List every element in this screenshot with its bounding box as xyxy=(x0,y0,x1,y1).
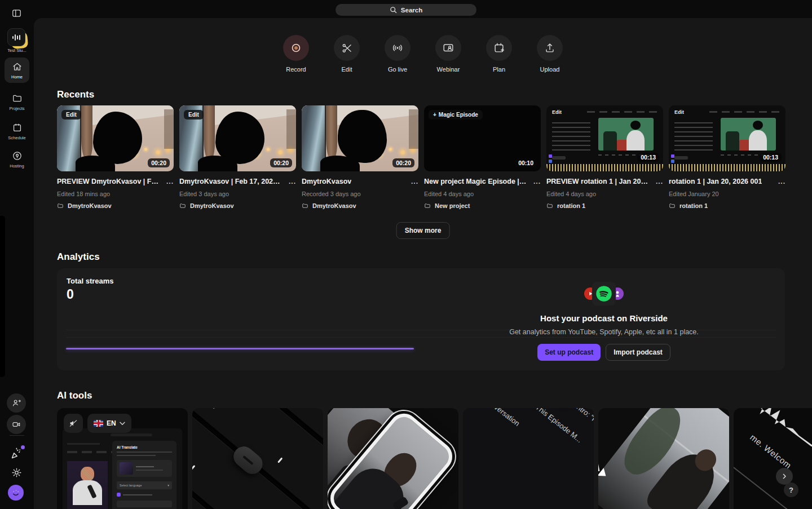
thumbnail-art xyxy=(164,109,174,149)
folder-icon xyxy=(424,202,431,209)
video-thumbnail[interactable]: Edit 00:13 xyxy=(546,105,663,171)
search-input[interactable]: Search xyxy=(336,4,476,16)
ai-chapters-card[interactable]: [01:01] Intro: "Reading [05:03] "Why Thi… xyxy=(463,408,594,509)
record-button[interactable]: Record xyxy=(277,35,315,73)
sidebar-item-home[interactable]: Home xyxy=(5,57,29,83)
recording-title[interactable]: DmytroKvasov | Feb 17, 2026 001 xyxy=(179,178,282,185)
video-thumbnail[interactable]: +Magic Episode 00:10 xyxy=(424,105,541,171)
import-podcast-button[interactable]: Import podcast xyxy=(606,344,670,361)
more-options-button[interactable]: ... xyxy=(656,178,663,185)
thumbnail-art xyxy=(671,160,674,163)
camera-button[interactable] xyxy=(7,415,26,434)
fader-track xyxy=(192,445,323,509)
ai-clips-card[interactable] xyxy=(598,408,729,509)
go-live-button[interactable]: Go live xyxy=(378,35,417,73)
thumbnail-art xyxy=(67,443,100,445)
thumbnail-art xyxy=(136,470,163,471)
quick-action-label: Plan xyxy=(493,66,505,73)
folder-icon xyxy=(669,202,676,209)
gear-icon xyxy=(11,467,23,479)
more-options-button[interactable]: ... xyxy=(289,178,296,185)
folder-icon xyxy=(302,202,308,209)
ai-audio-mixer-card[interactable] xyxy=(192,408,323,509)
total-streams-label: Total streams xyxy=(67,277,114,285)
chevron-down-icon xyxy=(120,422,125,426)
main-content: Record Edit Go live Webinar xyxy=(34,18,812,509)
project-folder-link[interactable]: New project xyxy=(424,202,541,209)
more-options-button[interactable]: ... xyxy=(533,178,541,185)
webinar-screen-icon xyxy=(435,35,461,61)
thumbnail-art xyxy=(587,111,657,113)
thumbnail-art xyxy=(549,154,552,158)
video-thumbnail[interactable]: Edit 00:20 xyxy=(57,105,174,171)
thumbnail-art xyxy=(120,462,133,475)
ai-tools-carousel: AI Translate Select language▾ xyxy=(57,408,812,509)
person-add-icon xyxy=(11,398,21,408)
mute-audio-button[interactable] xyxy=(64,414,83,433)
invite-member-button[interactable] xyxy=(7,393,26,413)
sidebar-item-label: Hosting xyxy=(10,163,24,169)
magic-episode-badge: +Magic Episode xyxy=(429,110,483,119)
upload-button[interactable]: Upload xyxy=(531,35,569,73)
thumbnail-art xyxy=(338,110,387,163)
video-camera-icon xyxy=(11,419,21,430)
folder-icon xyxy=(179,202,186,209)
ai-translate-card[interactable]: AI Translate Select language▾ xyxy=(57,408,188,509)
thumbnail-art xyxy=(726,131,739,151)
recording-title[interactable]: PREVIEW DmytroKvasov | Feb 17, ... xyxy=(57,178,160,185)
thumbnail-art xyxy=(117,460,172,477)
party-popper-icon xyxy=(10,447,23,461)
project-folder-link[interactable]: DmytroKvasov xyxy=(57,202,174,209)
help-button[interactable]: ? xyxy=(784,483,798,497)
ai-transcription-card[interactable]: me. Welcom xyxy=(734,408,812,509)
more-options-button[interactable]: ... xyxy=(166,178,174,185)
settings-button[interactable] xyxy=(11,467,23,479)
recording-title[interactable]: DmytroKvasov xyxy=(302,178,351,185)
sidebar-item-projects[interactable]: Projects xyxy=(5,89,29,114)
thumbnail-art xyxy=(136,466,169,471)
avatar-face-icon xyxy=(10,486,22,499)
ai-reframe-card[interactable] xyxy=(328,408,458,509)
project-folder-link[interactable]: rotation 1 xyxy=(669,202,785,209)
plan-button[interactable]: Plan xyxy=(480,35,518,73)
studio-switcher[interactable] xyxy=(7,28,27,47)
thumbnail-art xyxy=(626,130,645,151)
project-folder-link[interactable]: DmytroKvasov xyxy=(302,202,418,209)
user-avatar[interactable] xyxy=(8,485,24,501)
more-options-button[interactable]: ... xyxy=(778,178,785,185)
search-label: Search xyxy=(401,7,422,14)
scroll-indicator[interactable] xyxy=(0,216,5,377)
thumbnail-art xyxy=(111,433,152,436)
sidebar-toggle-button[interactable] xyxy=(11,8,22,19)
whats-new-button[interactable] xyxy=(10,447,23,461)
video-thumbnail[interactable]: Edit 00:13 xyxy=(669,105,785,171)
show-more-button[interactable]: Show more xyxy=(396,222,450,239)
thumbnail-art xyxy=(674,156,688,160)
broadcast-icon xyxy=(385,35,411,61)
project-folder-link[interactable]: rotation 1 xyxy=(546,202,663,209)
set-up-podcast-button[interactable]: Set up podcast xyxy=(537,344,601,361)
translate-dialog-title: AI Translate xyxy=(117,445,172,449)
webinar-button[interactable]: Webinar xyxy=(429,35,467,73)
edit-button[interactable]: Edit xyxy=(328,35,366,73)
recording-title[interactable]: rotation 1 | Jan 20, 2026 001 xyxy=(669,178,762,185)
carousel-next-button[interactable] xyxy=(776,468,793,485)
recording-meta: Edited January 20 xyxy=(669,191,785,197)
video-thumbnail[interactable]: 00:20 xyxy=(302,105,418,171)
quick-action-label: Edit xyxy=(342,66,352,73)
folder-name: DmytroKvasov xyxy=(68,202,112,209)
more-options-button[interactable]: ... xyxy=(411,178,418,185)
recent-card: Edit 00:20 PREVIEW DmytroKvasov | Feb 17… xyxy=(57,105,174,209)
video-thumbnail[interactable]: Edit 00:20 xyxy=(179,105,296,171)
language-selector[interactable]: EN xyxy=(87,414,131,433)
record-icon xyxy=(283,35,309,61)
project-folder-link[interactable]: DmytroKvasov xyxy=(179,202,296,209)
recording-title[interactable]: PREVIEW rotation 1 | Jan 20, 2026... xyxy=(546,178,649,185)
sidebar-item-schedule[interactable]: Schedule xyxy=(5,118,29,144)
total-streams-value: 0 xyxy=(67,287,74,302)
sidebar-item-hosting[interactable]: Hosting xyxy=(5,147,29,172)
thumbnail-art xyxy=(81,467,94,481)
promo-title: Host your podcast on Riverside xyxy=(491,313,717,323)
recent-card: Edit 00:13 xyxy=(669,105,785,209)
recording-title[interactable]: New project Magic Episode | Jan ... xyxy=(424,178,527,185)
